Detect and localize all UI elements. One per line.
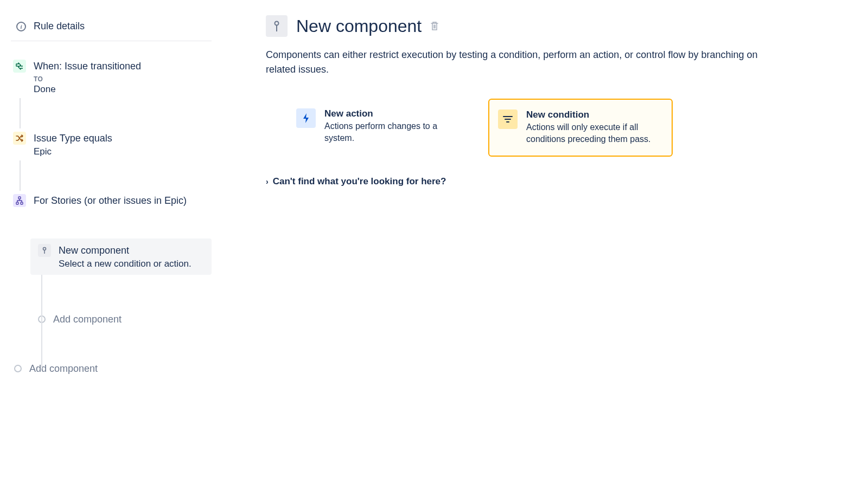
svg-rect-2	[21, 202, 23, 204]
title-row: New component	[266, 15, 781, 37]
svg-point-5	[275, 22, 279, 25]
add-component-label: Add component	[53, 314, 122, 325]
branch-icon	[13, 194, 26, 207]
trigger-title: When: Issue transitioned	[34, 60, 209, 73]
page-description: Components can either restrict execution…	[266, 48, 781, 77]
main-panel: New component Components can either rest…	[212, 0, 868, 484]
new-component-content: New component Select a new condition or …	[59, 244, 204, 269]
help-disclosure[interactable]: › Can't find what you're looking for her…	[266, 176, 781, 187]
option-content: New condition Actions will only execute …	[526, 109, 663, 146]
branch-step[interactable]: For Stories (or other issues in Epic)	[11, 191, 212, 211]
trigger-icon	[13, 60, 26, 73]
svg-rect-0	[18, 197, 21, 199]
trigger-value: Done	[34, 84, 209, 95]
condition-title: Issue Type equals	[34, 132, 209, 145]
connector-line	[20, 98, 21, 128]
shuffle-icon	[13, 132, 26, 145]
trigger-label: TO	[34, 75, 209, 83]
condition-content: Issue Type equals Epic	[34, 132, 209, 157]
help-text: Can't find what you're looking for here?	[273, 176, 446, 187]
option-content: New action Actions perform changes to a …	[324, 108, 463, 145]
filter-icon	[498, 109, 518, 129]
option-new-condition[interactable]: New condition Actions will only execute …	[488, 99, 673, 157]
chevron-right-icon: ›	[266, 177, 269, 186]
component-options: New action Actions perform changes to a …	[288, 99, 781, 157]
trash-icon[interactable]	[430, 21, 439, 31]
option-condition-title: New condition	[526, 109, 663, 120]
condition-value: Epic	[34, 146, 209, 157]
condition-step[interactable]: Issue Type equals Epic	[11, 128, 212, 160]
add-component-label: Add component	[29, 363, 98, 375]
rule-sidebar: i Rule details When: Issue transitioned …	[0, 0, 212, 484]
component-title-icon	[266, 15, 288, 37]
new-component-step[interactable]: New component Select a new condition or …	[30, 238, 212, 275]
lightning-icon	[296, 108, 316, 128]
svg-point-3	[43, 247, 46, 250]
new-component-title: New component	[59, 244, 204, 257]
option-new-action[interactable]: New action Actions perform changes to a …	[288, 99, 472, 157]
branch-content: For Stories (or other issues in Epic)	[34, 194, 209, 208]
rule-details-label: Rule details	[34, 21, 85, 32]
rule-details-link[interactable]: i Rule details	[11, 16, 212, 41]
add-component-nested[interactable]: Add component	[38, 314, 212, 325]
svg-rect-1	[16, 202, 18, 204]
info-icon: i	[16, 22, 26, 31]
connector-line	[20, 160, 21, 191]
add-circle-icon	[14, 365, 22, 372]
new-component-desc: Select a new condition or action.	[59, 259, 204, 269]
add-component-outer[interactable]: Add component	[14, 363, 212, 375]
option-condition-desc: Actions will only execute if all conditi…	[526, 121, 663, 146]
page-title: New component	[296, 16, 422, 36]
branch-title: For Stories (or other issues in Epic)	[34, 194, 209, 208]
option-action-desc: Actions perform changes to a system.	[324, 120, 463, 145]
option-action-title: New action	[324, 108, 463, 119]
trigger-content: When: Issue transitioned TO Done	[34, 60, 209, 95]
trigger-step[interactable]: When: Issue transitioned TO Done	[11, 56, 212, 98]
component-icon	[38, 244, 51, 257]
